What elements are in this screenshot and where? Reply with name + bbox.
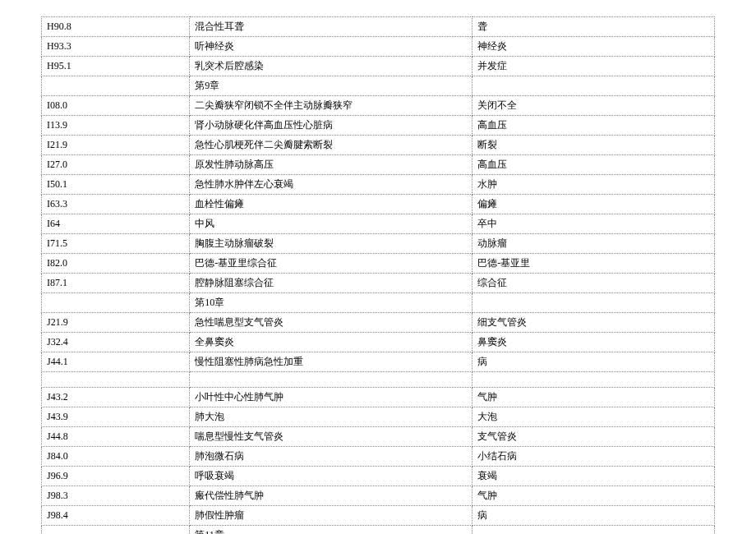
table-row: J32.4全鼻窦炎鼻窦炎: [42, 333, 715, 352]
description-cell: 肺泡微石病: [190, 447, 472, 467]
code-cell: I87.1: [42, 274, 190, 293]
description-cell: 瘢代偿性肺气肿: [190, 486, 472, 506]
code-cell: I50.1: [42, 175, 190, 195]
keyword-cell: 神经炎: [472, 37, 715, 57]
code-cell: J44.1: [42, 352, 190, 372]
keyword-cell: 综合征: [472, 274, 715, 293]
table-row: 第9章: [42, 76, 715, 96]
description-cell: 呼吸衰竭: [190, 467, 472, 486]
table-row: H93.3听神经炎神经炎: [42, 37, 715, 57]
code-cell: J98.4: [42, 506, 190, 526]
keyword-cell: 细支气管炎: [472, 313, 715, 333]
keyword-cell: 气肿: [472, 486, 715, 506]
description-cell: 急性肺水肿伴左心衰竭: [190, 175, 472, 195]
description-cell: 第10章: [190, 293, 472, 313]
description-cell: 乳突术后腔感染: [190, 57, 472, 76]
keyword-cell: 支气管炎: [472, 427, 715, 447]
table-row: I21.9急性心肌梗死伴二尖瓣腱索断裂断裂: [42, 136, 715, 155]
keyword-cell: 聋: [472, 17, 715, 37]
table-body: H90.8混合性耳聋聋H93.3听神经炎神经炎H95.1乳突术后腔感染并发症第9…: [42, 17, 715, 535]
keyword-cell: 高血压: [472, 116, 715, 136]
keyword-cell: [472, 293, 715, 313]
code-cell: J84.0: [42, 447, 190, 467]
keyword-cell: 关闭不全: [472, 96, 715, 116]
description-cell: 胸腹主动脉瘤破裂: [190, 234, 472, 254]
keyword-cell: 病: [472, 352, 715, 372]
code-cell: J21.9: [42, 313, 190, 333]
keyword-cell: 病: [472, 506, 715, 526]
description-cell: 中风: [190, 214, 472, 234]
keyword-cell: [472, 526, 715, 535]
table-row: I63.3血栓性偏瘫偏瘫: [42, 195, 715, 214]
keyword-cell: 小结石病: [472, 447, 715, 467]
keyword-cell: 气肿: [472, 388, 715, 407]
description-cell: 腔静脉阻塞综合征: [190, 274, 472, 293]
table-row: H90.8混合性耳聋聋: [42, 17, 715, 37]
table-row: J43.2小叶性中心性肺气肿气肿: [42, 388, 715, 407]
code-cell: H95.1: [42, 57, 190, 76]
description-cell: 小叶性中心性肺气肿: [190, 388, 472, 407]
description-cell: 第11章: [190, 526, 472, 535]
keyword-cell: [472, 76, 715, 96]
description-cell: 原发性肺动脉高压: [190, 155, 472, 175]
description-cell: 肺假性肿瘤: [190, 506, 472, 526]
description-cell: 慢性阻塞性肺病急性加重: [190, 352, 472, 372]
table-row: I27.0原发性肺动脉高压高血压: [42, 155, 715, 175]
description-cell: [190, 372, 472, 388]
code-cell: J43.9: [42, 407, 190, 427]
table-row: J96.9呼吸衰竭衰竭: [42, 467, 715, 486]
icd-code-table: H90.8混合性耳聋聋H93.3听神经炎神经炎H95.1乳突术后腔感染并发症第9…: [41, 16, 715, 534]
keyword-cell: 巴德-基亚里: [472, 254, 715, 274]
code-cell: J43.2: [42, 388, 190, 407]
table-row: J21.9急性喘息型支气管炎细支气管炎: [42, 313, 715, 333]
code-cell: I64: [42, 214, 190, 234]
table-row: J44.8喘息型慢性支气管炎支气管炎: [42, 427, 715, 447]
table-row: [42, 372, 715, 388]
code-cell: [42, 293, 190, 313]
description-cell: 混合性耳聋: [190, 17, 472, 37]
keyword-cell: 并发症: [472, 57, 715, 76]
code-cell: I27.0: [42, 155, 190, 175]
table-row: I08.0二尖瓣狭窄闭锁不全伴主动脉瓣狭窄关闭不全: [42, 96, 715, 116]
table-row: H95.1乳突术后腔感染并发症: [42, 57, 715, 76]
keyword-cell: 水肿: [472, 175, 715, 195]
code-cell: I21.9: [42, 136, 190, 155]
table-row: I13.9肾小动脉硬化伴高血压性心脏病高血压: [42, 116, 715, 136]
code-cell: [42, 526, 190, 535]
keyword-cell: 衰竭: [472, 467, 715, 486]
description-cell: 巴德-基亚里综合征: [190, 254, 472, 274]
description-cell: 急性心肌梗死伴二尖瓣腱索断裂: [190, 136, 472, 155]
keyword-cell: [472, 372, 715, 388]
description-cell: 二尖瓣狭窄闭锁不全伴主动脉瓣狭窄: [190, 96, 472, 116]
code-cell: [42, 76, 190, 96]
keyword-cell: 大泡: [472, 407, 715, 427]
keyword-cell: 动脉瘤: [472, 234, 715, 254]
code-cell: J98.3: [42, 486, 190, 506]
code-cell: I82.0: [42, 254, 190, 274]
code-cell: I08.0: [42, 96, 190, 116]
description-cell: 肺大泡: [190, 407, 472, 427]
description-cell: 听神经炎: [190, 37, 472, 57]
table-row: 第10章: [42, 293, 715, 313]
code-cell: I71.5: [42, 234, 190, 254]
table-row: 第11章: [42, 526, 715, 535]
table-row: J98.4肺假性肿瘤病: [42, 506, 715, 526]
keyword-cell: 鼻窦炎: [472, 333, 715, 352]
table-row: J84.0肺泡微石病小结石病: [42, 447, 715, 467]
code-cell: J44.8: [42, 427, 190, 447]
table-row: I87.1腔静脉阻塞综合征综合征: [42, 274, 715, 293]
table-row: I64中风卒中: [42, 214, 715, 234]
keyword-cell: 偏瘫: [472, 195, 715, 214]
table-row: I82.0巴德-基亚里综合征巴德-基亚里: [42, 254, 715, 274]
table-row: J43.9肺大泡大泡: [42, 407, 715, 427]
keyword-cell: 卒中: [472, 214, 715, 234]
description-cell: 急性喘息型支气管炎: [190, 313, 472, 333]
keyword-cell: 高血压: [472, 155, 715, 175]
description-cell: 第9章: [190, 76, 472, 96]
code-cell: I63.3: [42, 195, 190, 214]
code-cell: H90.8: [42, 17, 190, 37]
description-cell: 肾小动脉硬化伴高血压性心脏病: [190, 116, 472, 136]
table-row: I50.1急性肺水肿伴左心衰竭水肿: [42, 175, 715, 195]
table-row: J44.1慢性阻塞性肺病急性加重病: [42, 352, 715, 372]
description-cell: 喘息型慢性支气管炎: [190, 427, 472, 447]
